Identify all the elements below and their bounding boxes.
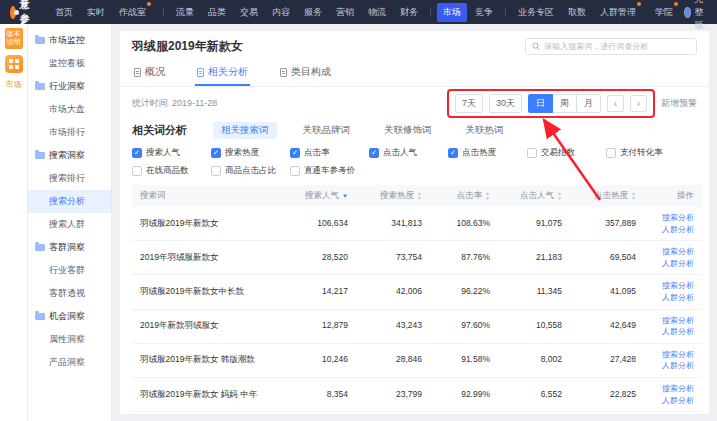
sidebar-item[interactable]: 市场排行 xyxy=(28,121,111,144)
row-action-link[interactable]: 搜索分析 xyxy=(652,383,694,395)
row-action-link[interactable]: 搜索分析 xyxy=(652,246,694,258)
granularity-button[interactable]: 周 xyxy=(552,94,577,113)
version-notes-tag[interactable]: 版本说明 xyxy=(5,28,23,49)
row-action-link[interactable]: 人群分析 xyxy=(652,360,694,372)
sidebar-item[interactable]: 监控看板 xyxy=(28,52,111,75)
metric-checkbox[interactable]: ✓搜索热度 xyxy=(211,147,290,159)
nav-item[interactable]: 物流 xyxy=(362,3,392,22)
sidebar-item[interactable]: 搜索排行 xyxy=(28,167,111,190)
column-label: 搜索热度 xyxy=(380,190,414,200)
nav-item[interactable]: 学院 xyxy=(649,3,684,22)
sidebar-item[interactable]: 行业洞察 xyxy=(28,75,111,98)
row-action-link[interactable]: 人群分析 xyxy=(652,395,694,407)
table-row: 羽绒服2019年新款女 韩版潮款10,24628,84691.58%8,0022… xyxy=(132,343,702,377)
sidebar-item[interactable]: 市场大盘 xyxy=(28,98,111,121)
nav-item[interactable]: 人群管理 xyxy=(594,3,647,22)
metric-checkbox[interactable]: ✓点击率 xyxy=(290,147,369,159)
nav-item[interactable]: 服务 xyxy=(298,3,328,22)
row-action-link[interactable]: 搜索分析 xyxy=(652,280,694,292)
column-label: 搜索词 xyxy=(140,190,166,200)
row-action-link[interactable]: 搜索分析 xyxy=(652,212,694,224)
nav-item[interactable]: 竞争 xyxy=(469,3,499,22)
tab[interactable]: 概况 xyxy=(132,59,167,86)
sidebar-item-label: 客群透视 xyxy=(49,288,85,298)
nav-item[interactable]: 市场 xyxy=(437,3,467,22)
table-row: 2019年新款羽绒服女12,87943,24397.60%10,55842,64… xyxy=(132,309,702,343)
sidebar-item[interactable]: 机会洞察 xyxy=(28,305,111,328)
column-header[interactable]: 点击热度▲▼ xyxy=(570,185,644,207)
nav-item[interactable]: 首页 xyxy=(49,3,79,22)
nav-item[interactable]: 营销 xyxy=(330,3,360,22)
sidebar-item[interactable]: 行业客群 xyxy=(28,259,111,282)
main-content: 羽绒服2019年新款女 概况相关分析类目构成 统计时间2019-11-28 7天… xyxy=(112,24,717,421)
row-action-link[interactable]: 人群分析 xyxy=(652,326,694,338)
page-layout: 版本说明 市场 市场监控监控看板行业洞察市场大盘市场排行搜索洞察搜索排行搜索分析… xyxy=(0,24,717,421)
sidebar-item[interactable]: 产品洞察 xyxy=(28,351,111,374)
nav-item[interactable]: 交易 xyxy=(234,3,264,22)
metric-checkbox[interactable]: 交易指数 xyxy=(527,147,606,159)
checkbox-label: 搜索人气 xyxy=(146,147,180,159)
sort-desc-icon: ▼ xyxy=(342,193,348,199)
sidebar-item[interactable]: 客群洞察 xyxy=(28,236,111,259)
subtab[interactable]: 关联热词 xyxy=(458,122,512,139)
nav-item[interactable]: 取数 xyxy=(562,3,592,22)
column-header[interactable]: 点击人气▲▼ xyxy=(498,185,570,207)
tab[interactable]: 相关分析 xyxy=(195,59,250,86)
sidebar-item[interactable]: 属性洞察 xyxy=(28,328,111,351)
granularity-button[interactable]: 日 xyxy=(528,94,553,113)
column-header[interactable]: 搜索人气▼ xyxy=(282,185,356,207)
new-alert-link[interactable]: 新增预警 xyxy=(661,97,697,110)
subtab[interactable]: 关联修饰词 xyxy=(376,122,440,139)
document-icon xyxy=(280,68,287,77)
prev-period-button[interactable]: ‹ xyxy=(607,95,624,112)
value-cell: 97.60% xyxy=(430,309,498,343)
column-header[interactable]: 搜索热度▲▼ xyxy=(356,185,430,207)
row-action-link[interactable]: 人群分析 xyxy=(652,258,694,270)
row-action-link[interactable]: 搜索分析 xyxy=(652,349,694,361)
nav-item[interactable]: 内容 xyxy=(266,3,296,22)
subtab[interactable]: 关联品牌词 xyxy=(295,122,359,139)
nav-item[interactable]: 作战室 xyxy=(113,3,157,22)
range-button[interactable]: 30天 xyxy=(489,94,522,113)
tab[interactable]: 类目构成 xyxy=(278,59,333,86)
checkbox-icon: ✓ xyxy=(369,148,379,158)
subtab[interactable]: 相关搜索词 xyxy=(213,122,277,139)
metric-checkbox[interactable]: ✓点击人气 xyxy=(369,147,448,159)
folder-icon xyxy=(35,83,45,90)
search-box[interactable] xyxy=(525,38,697,55)
row-action-link[interactable]: 人群分析 xyxy=(652,292,694,304)
sidebar-item[interactable]: 搜索分析 xyxy=(28,190,111,213)
granularity-button[interactable]: 月 xyxy=(576,94,601,113)
metric-checkbox[interactable]: ✓点击热度 xyxy=(448,147,527,159)
nav-item[interactable]: 实时 xyxy=(81,3,111,22)
sidebar-item[interactable]: 市场监控 xyxy=(28,29,111,52)
metric-checkbox[interactable]: 在线商品数 xyxy=(132,165,211,177)
range-button[interactable]: 7天 xyxy=(455,94,483,113)
nav-item[interactable]: 业务专区 xyxy=(512,3,560,22)
row-action-link[interactable]: 搜索分析 xyxy=(652,315,694,327)
sidebar-item[interactable]: 搜索洞察 xyxy=(28,144,111,167)
tab-label: 概况 xyxy=(145,65,165,79)
column-label: 操作 xyxy=(677,190,694,200)
nav-item[interactable]: 财务 xyxy=(394,3,424,22)
search-input[interactable] xyxy=(544,42,690,51)
metric-checkbox[interactable]: ✓搜索人气 xyxy=(132,147,211,159)
value-cell: 42,006 xyxy=(356,275,430,309)
checkbox-label: 交易指数 xyxy=(541,147,575,159)
sidebar-item[interactable]: 客群透视 xyxy=(28,282,111,305)
checkbox-icon: ✓ xyxy=(290,148,300,158)
next-period-button[interactable]: › xyxy=(630,95,647,112)
metric-checkbox[interactable]: 商品点击占比 xyxy=(211,165,290,177)
nav-divider xyxy=(505,7,506,17)
nav-item[interactable]: 流量 xyxy=(170,3,200,22)
sidebar-item-label: 产品洞察 xyxy=(49,357,85,367)
market-module-icon[interactable] xyxy=(5,55,23,73)
row-action-link[interactable]: 人群分析 xyxy=(652,224,694,236)
module-strip: 版本说明 市场 xyxy=(0,24,28,421)
metric-checkbox[interactable]: 直通车参考价 xyxy=(290,165,369,177)
metric-checkbox[interactable]: 支付转化率 xyxy=(606,147,685,159)
column-header[interactable]: 点击率▲▼ xyxy=(430,185,498,207)
sidebar-item[interactable]: 搜索人群 xyxy=(28,213,111,236)
nav-item[interactable]: 品类 xyxy=(202,3,232,22)
value-cell: 92.99% xyxy=(430,377,498,411)
